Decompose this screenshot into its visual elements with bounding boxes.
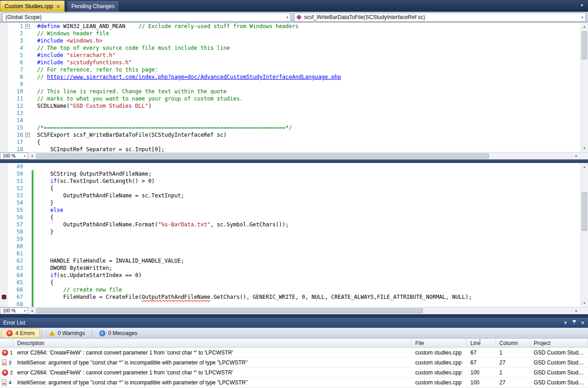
code-line[interactable]: 13	[0, 110, 580, 117]
code-line[interactable]: 16SCSFExport scsf_WriteBarDataToFile(SCS…	[0, 131, 580, 139]
window-position-icon[interactable]: ▼	[564, 321, 568, 325]
scrollbar-thumb[interactable]	[36, 153, 489, 158]
code-line[interactable]: 53 OutputPathAndFileName = sc.TextInput;	[0, 192, 580, 199]
code-line[interactable]: 64 if(sc.UpdateStartIndex == 0)	[0, 272, 580, 279]
close-tab-icon[interactable]: ✕	[56, 4, 60, 9]
scroll-left-icon[interactable]: ◄	[28, 153, 36, 159]
code-line[interactable]: 50 SCString OutputPathAndFileName;	[0, 170, 580, 177]
code-line[interactable]: 61	[0, 250, 580, 257]
indicator-margin[interactable]	[0, 170, 8, 177]
indicator-margin[interactable]	[0, 286, 8, 293]
indicator-margin[interactable]	[0, 206, 8, 214]
code-line[interactable]: 58 }	[0, 228, 580, 235]
scrollbar-thumb[interactable]	[582, 192, 587, 231]
error-row[interactable]: 3IntelliSense: argument of type "const c…	[0, 358, 588, 368]
code-line[interactable]: 8// https://www.sierrachart.com/index.ph…	[0, 73, 580, 81]
column-header-column[interactable]: Column	[496, 339, 530, 347]
column-header-icon[interactable]	[0, 339, 14, 347]
code-line[interactable]: 67 FileHandle = CreateFile(OutputPathAnd…	[0, 293, 580, 301]
indicator-margin[interactable]	[0, 81, 8, 88]
indicator-margin[interactable]	[0, 124, 8, 131]
collapse-icon[interactable]	[25, 24, 30, 29]
indicator-margin[interactable]	[0, 59, 8, 66]
scroll-right-icon[interactable]: ►	[573, 153, 580, 159]
code-line[interactable]: 6#include "scstudyfunctions.h"	[0, 59, 580, 66]
indicator-margin[interactable]	[0, 272, 8, 279]
error-row[interactable]: 2error C2664: 'CreateFileW' : cannot con…	[0, 368, 588, 378]
code-line[interactable]: 56 {	[0, 214, 580, 221]
column-header-line[interactable]: Line▲	[467, 339, 496, 347]
close-icon[interactable]: ✕	[581, 320, 585, 326]
pin-icon[interactable]	[572, 320, 576, 326]
indicator-margin[interactable]	[0, 88, 8, 95]
column-header-description[interactable]: Description	[14, 339, 412, 347]
error-row[interactable]: 1error C2664: 'CreateFileW' : cannot con…	[0, 348, 588, 358]
indicator-margin[interactable]	[0, 221, 8, 228]
tab-pending-changes[interactable]: Pending Changes	[67, 0, 119, 12]
code-line[interactable]: 59	[0, 235, 580, 243]
code-line[interactable]: 11// marks to what you want to name your…	[0, 95, 580, 102]
horizontal-scrollbar[interactable]: ◄ ►	[28, 307, 580, 314]
code-line[interactable]: 57 OutputPathAndFileName.Format("%s-BarD…	[0, 221, 580, 228]
code-line[interactable]: 17{	[0, 139, 580, 146]
indicator-margin[interactable]	[0, 185, 8, 192]
code-line[interactable]: 1#define WIN32_LEAN_AND_MEAN // Exclude …	[0, 23, 580, 30]
code-line[interactable]: 12SCDLLName("GSD Custom Studies DLL")	[0, 102, 580, 110]
indicator-margin[interactable]	[0, 257, 8, 264]
code-line[interactable]: 10// This line is required. Change the t…	[0, 88, 580, 95]
scroll-up-icon[interactable]: ▲	[581, 163, 588, 171]
member-dropdown[interactable]: scsf_WriteBarDataToFile(SCStudyInterface…	[294, 13, 586, 22]
code-line[interactable]: 9	[0, 81, 580, 88]
indicator-margin[interactable]	[0, 214, 8, 221]
tab-custom-studies-cpp[interactable]: Custom Studies.cpp ✕	[0, 0, 65, 12]
code-line[interactable]: 63 DWORD BytesWritten;	[0, 264, 580, 272]
indicator-margin[interactable]	[0, 235, 8, 243]
code-line[interactable]: 7// For reference, refer to this page:	[0, 66, 580, 73]
indicator-margin[interactable]	[0, 243, 8, 250]
code-area[interactable]: 1#define WIN32_LEAN_AND_MEAN // Exclude …	[0, 23, 588, 152]
pane-splitter[interactable]	[0, 159, 588, 163]
error-row[interactable]: 4IntelliSense: argument of type "const c…	[0, 378, 588, 388]
scroll-left-icon[interactable]: ◄	[28, 307, 36, 314]
indicator-margin[interactable]	[0, 52, 8, 59]
indicator-margin[interactable]	[0, 264, 8, 272]
zoom-control[interactable]: 100 % ▼	[0, 153, 28, 159]
scope-dropdown[interactable]: (Global Scope) ▼	[2, 13, 291, 22]
code-area[interactable]: 4950 SCString OutputPathAndFileName;51 i…	[0, 163, 588, 307]
code-line[interactable]: 5#include "sierrachart.h"	[0, 52, 580, 59]
indicator-margin[interactable]	[0, 163, 8, 170]
column-header-project[interactable]: Project	[530, 339, 588, 347]
scroll-down-icon[interactable]: ▼	[581, 144, 588, 152]
indicator-margin[interactable]	[0, 102, 8, 110]
column-header-file[interactable]: File	[412, 339, 467, 347]
code-line[interactable]: 2// Windows header file	[0, 30, 580, 37]
indicator-margin[interactable]	[0, 23, 8, 30]
filter-warnings-button[interactable]: 0 Warnings	[44, 329, 90, 338]
indicator-margin[interactable]	[0, 95, 8, 102]
scroll-up-icon[interactable]: ▲	[581, 23, 588, 30]
scrollbar-thumb[interactable]	[582, 31, 587, 59]
indicator-margin[interactable]	[0, 192, 8, 199]
indicator-margin[interactable]	[0, 37, 8, 44]
scroll-down-icon[interactable]: ▼	[581, 299, 588, 307]
indicator-margin[interactable]	[0, 117, 8, 124]
indicator-margin[interactable]	[0, 250, 8, 257]
code-line[interactable]: 62 HANDLE FileHandle = INVALID_HANDLE_VA…	[0, 257, 580, 264]
scrollbar-thumb[interactable]	[36, 308, 423, 313]
code-line[interactable]: 68	[0, 301, 580, 307]
indicator-margin[interactable]	[0, 146, 8, 152]
filter-errors-button[interactable]: 4 Errors	[1, 329, 40, 338]
indicator-margin[interactable]	[0, 30, 8, 37]
indicator-margin[interactable]	[0, 66, 8, 73]
code-line[interactable]: 54 }	[0, 199, 580, 206]
code-line[interactable]: 55 else	[0, 206, 580, 214]
indicator-margin[interactable]	[0, 293, 8, 301]
code-line[interactable]: 3#include <windows.h>	[0, 37, 580, 44]
zoom-control[interactable]: 100 % ▼	[0, 307, 28, 314]
indicator-margin[interactable]	[0, 199, 8, 206]
indicator-margin[interactable]	[0, 110, 8, 117]
document-list-chevron-icon[interactable]: ▼	[580, 3, 584, 8]
code-line[interactable]: 51 if(sc.TextInput.GetLength() > 0)	[0, 177, 580, 185]
code-line[interactable]: 60	[0, 243, 580, 250]
vertical-scrollbar[interactable]: ▲ ▼	[580, 163, 588, 307]
